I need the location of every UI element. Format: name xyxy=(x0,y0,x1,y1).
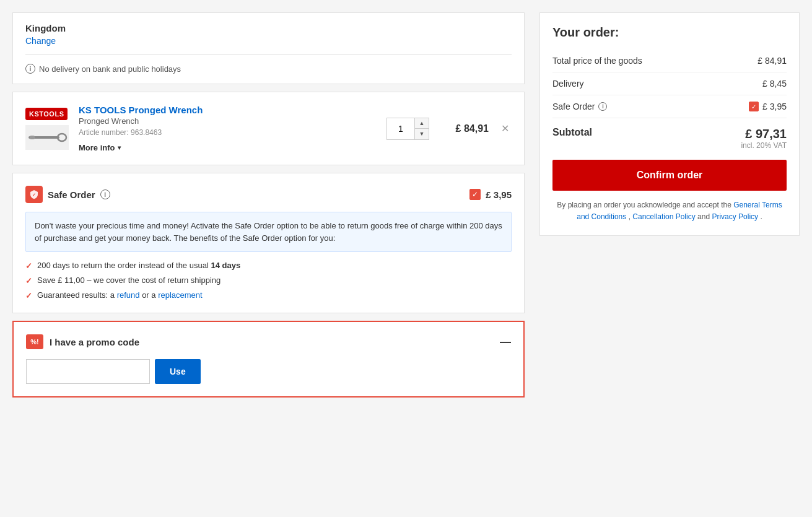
promo-icon-label: %! xyxy=(30,338,38,345)
wrench-icon xyxy=(27,128,68,147)
safe-order-title-text: Safe Order xyxy=(48,189,95,200)
safe-order-price: £ 3,95 xyxy=(486,189,512,200)
goods-value: £ 84,91 xyxy=(757,56,787,66)
confirm-order-button[interactable]: Confirm order xyxy=(552,160,787,191)
product-article: Article number: 963.8463 xyxy=(79,128,377,137)
goods-label: Total price of the goods xyxy=(552,56,642,66)
order-summary-panel: Your order: Total price of the goods £ 8… xyxy=(539,12,800,505)
promo-code-card: %! I have a promo code — Use xyxy=(12,321,525,398)
safe-order-price-group: ✓ £ 3,95 xyxy=(469,189,512,200)
safe-order-info-icon-summary[interactable]: i xyxy=(598,102,607,111)
product-name[interactable]: KS TOOLS Pronged Wrench xyxy=(79,105,377,115)
order-summary: Your order: Total price of the goods £ 8… xyxy=(539,12,800,236)
checkmark-icon: ✓ xyxy=(25,276,32,285)
promo-title: I have a promo code xyxy=(50,337,139,347)
legal-text: By placing an order you acknowledge and … xyxy=(552,199,787,223)
info-icon: i xyxy=(25,64,35,74)
benefit-item: ✓ 200 days to return the order instead o… xyxy=(25,261,512,271)
order-line-safe-order: Safe Order i ✓ £ 3,95 xyxy=(552,95,787,118)
delivery-country: Kingdom xyxy=(25,23,512,33)
change-delivery-link[interactable]: Change xyxy=(25,36,56,46)
delivery-section: Kingdom Change i No delivery on bank and… xyxy=(12,12,525,84)
benefit-item: ✓ Save £ 11,00 – we cover the cost of re… xyxy=(25,276,512,285)
benefit-text: Save £ 11,00 – we cover the cost of retu… xyxy=(37,276,220,285)
product-logo-area: KSTOOLS xyxy=(25,108,69,150)
delivery-notice-text: No delivery on bank and public holidays xyxy=(39,64,181,74)
order-summary-title: Your order: xyxy=(552,25,787,40)
safe-order-card: ✓ Safe Order i ✓ £ 3,95 Don't waste your… xyxy=(12,173,525,313)
safe-order-description: Don't waste your precious time and money… xyxy=(25,212,512,252)
order-line-delivery: Delivery £ 8,45 xyxy=(552,72,787,95)
safe-order-benefits: ✓ 200 days to return the order instead o… xyxy=(25,261,512,300)
shield-icon: ✓ xyxy=(29,189,39,199)
promo-header: %! I have a promo code — xyxy=(26,334,511,349)
cancellation-policy-link[interactable]: Cancellation Policy xyxy=(632,212,695,221)
product-quantity: ▲ ▼ xyxy=(386,118,429,140)
subtotal-value: £ 97,31 xyxy=(741,127,787,141)
subtotal-vat: incl. 20% VAT xyxy=(741,141,787,150)
safe-order-header: ✓ Safe Order i ✓ £ 3,95 xyxy=(25,186,512,203)
quantity-input[interactable] xyxy=(387,118,414,139)
more-info-arrow-icon: ▾ xyxy=(118,144,121,151)
quantity-decrease-button[interactable]: ▼ xyxy=(415,129,429,139)
legal-and: and xyxy=(697,212,712,221)
promo-icon: %! xyxy=(26,334,43,349)
checkmark-icon: ✓ xyxy=(25,291,32,300)
product-image xyxy=(25,125,69,150)
checkmark-icon: ✓ xyxy=(25,261,32,271)
safe-order-info-icon[interactable]: i xyxy=(100,189,110,199)
promo-input-row: Use xyxy=(26,359,511,384)
safe-order-checkbox-summary[interactable]: ✓ xyxy=(749,102,759,111)
subtotal-value-group: £ 97,31 incl. 20% VAT xyxy=(741,127,787,150)
subtotal-label: Subtotal xyxy=(552,127,592,138)
delivery-value: £ 8,45 xyxy=(762,79,787,89)
remove-product-button[interactable]: ✕ xyxy=(499,120,512,137)
product-card: KSTOOLS KS TOOLS Pronged Wrench Pronged … xyxy=(12,92,525,165)
product-price: £ 84,91 xyxy=(439,123,489,134)
product-info: KS TOOLS Pronged Wrench Pronged Wrench A… xyxy=(79,105,377,152)
promo-collapse-button[interactable]: — xyxy=(500,336,511,349)
subtotal-line: Subtotal £ 97,31 incl. 20% VAT xyxy=(552,118,787,160)
product-subtitle: Pronged Wrench xyxy=(79,116,377,126)
svg-text:✓: ✓ xyxy=(32,193,36,197)
delivery-notice: i No delivery on bank and public holiday… xyxy=(25,54,512,74)
safe-order-price-right: ✓ £ 3,95 xyxy=(749,102,787,111)
legal-period: . xyxy=(760,212,762,221)
safe-order-line-label: Safe Order xyxy=(552,102,595,111)
safe-order-value: £ 3,95 xyxy=(762,102,787,111)
safe-order-label-group: Safe Order i xyxy=(552,102,607,111)
quantity-increase-button[interactable]: ▲ xyxy=(415,118,429,129)
benefit-item: ✓ Guaranteed results: a refund or a repl… xyxy=(25,290,512,300)
svg-rect-2 xyxy=(30,136,35,139)
benefit-text: Guaranteed results: a refund or a replac… xyxy=(37,290,203,300)
more-info-toggle[interactable]: More info ▾ xyxy=(79,143,377,152)
safe-order-checkbox[interactable]: ✓ xyxy=(469,189,481,200)
privacy-policy-link[interactable]: Privacy Policy xyxy=(712,212,758,221)
ks-tools-logo: KSTOOLS xyxy=(25,108,68,120)
safe-order-icon: ✓ xyxy=(25,186,43,203)
promo-code-input[interactable] xyxy=(26,359,150,384)
promo-use-button[interactable]: Use xyxy=(155,359,201,384)
legal-prefix: By placing an order you acknowledge and … xyxy=(557,201,733,209)
order-line-goods: Total price of the goods £ 84,91 xyxy=(552,50,787,72)
delivery-label: Delivery xyxy=(552,79,584,89)
safe-order-title: ✓ Safe Order i xyxy=(25,186,110,203)
benefit-text: 200 days to return the order instead of … xyxy=(37,261,240,270)
